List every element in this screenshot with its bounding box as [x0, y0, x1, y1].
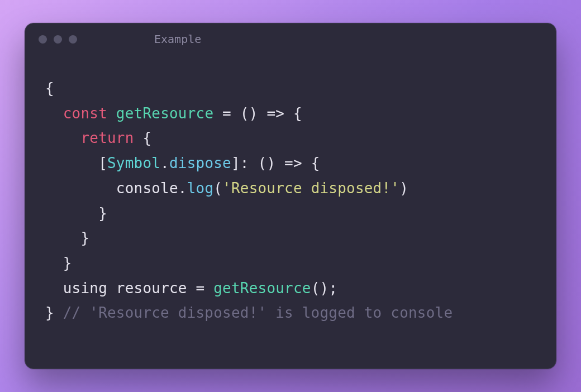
string-token: 'Resource disposed!' [222, 180, 399, 197]
comment-token: // 'Resource disposed!' is logged to con… [63, 304, 453, 321]
code-line: } [45, 201, 536, 226]
identifier-token: getResource [116, 105, 213, 122]
brace-token: } [98, 205, 107, 222]
space [107, 105, 116, 122]
code-line: return { [45, 126, 536, 151]
code-window: Example { const getResource = () => { re… [25, 23, 556, 369]
parens-token: () [311, 280, 329, 297]
indent [45, 230, 80, 246]
brace-token: { [293, 105, 302, 122]
arrow-token: => [284, 155, 302, 171]
window-title: Example [154, 32, 201, 46]
brace-token: { [142, 130, 151, 146]
code-line: } // 'Resource disposed!' is logged to c… [45, 300, 536, 326]
arrow-token: => [266, 105, 284, 122]
code-editor: { const getResource = () => { return { [… [25, 55, 556, 337]
indent [45, 280, 63, 297]
identifier-token: resource [116, 280, 187, 297]
identifier-token: console [116, 180, 178, 197]
code-line: [Symbol.dispose]: () => { [45, 151, 536, 176]
space [54, 304, 63, 321]
space [249, 155, 258, 171]
keyword-token: const [63, 105, 107, 122]
space [284, 105, 293, 122]
member-token: dispose [169, 155, 231, 171]
code-line: using resource = getResource(); [45, 276, 536, 301]
minimize-icon[interactable] [54, 35, 62, 44]
code-line: { [45, 76, 536, 101]
builtin-token: Symbol [107, 155, 160, 171]
function-call-token: getResource [213, 280, 311, 297]
indent [45, 130, 80, 146]
window-titlebar: Example [25, 23, 556, 55]
space [258, 105, 267, 122]
brace-token: } [45, 304, 54, 321]
paren-token: ( [213, 180, 222, 197]
space [213, 105, 222, 122]
parens-token: () [258, 155, 276, 171]
keyword-token: using [63, 280, 107, 297]
indent [45, 155, 98, 171]
operator-token: = [196, 280, 205, 297]
space [107, 280, 116, 297]
indent [45, 205, 98, 222]
maximize-icon[interactable] [69, 35, 77, 44]
code-line: } [45, 251, 536, 276]
indent [45, 255, 63, 271]
bracket-token: ] [231, 155, 240, 171]
space [275, 155, 284, 171]
space [204, 280, 213, 297]
close-icon[interactable] [39, 35, 47, 44]
brace-token: { [45, 80, 54, 97]
code-line: const getResource = () => { [45, 101, 536, 126]
space [302, 155, 311, 171]
semicolon-token: ; [328, 280, 337, 297]
indent [45, 180, 116, 197]
parens-token: () [240, 105, 258, 122]
brace-token: { [311, 155, 320, 171]
space [134, 130, 143, 146]
colon-token: : [240, 155, 249, 171]
space [187, 280, 196, 297]
operator-token: = [222, 105, 231, 122]
brace-token: } [80, 230, 89, 246]
space [231, 105, 240, 122]
keyword-token: return [80, 130, 134, 146]
method-token: log [187, 180, 214, 197]
paren-token: ) [399, 180, 408, 197]
dot-token: . [178, 180, 187, 197]
bracket-token: [ [98, 155, 107, 171]
code-line: } [45, 226, 536, 251]
dot-token: . [160, 155, 169, 171]
brace-token: } [63, 255, 72, 271]
code-line: console.log('Resource disposed!') [45, 176, 536, 201]
indent [45, 105, 63, 122]
